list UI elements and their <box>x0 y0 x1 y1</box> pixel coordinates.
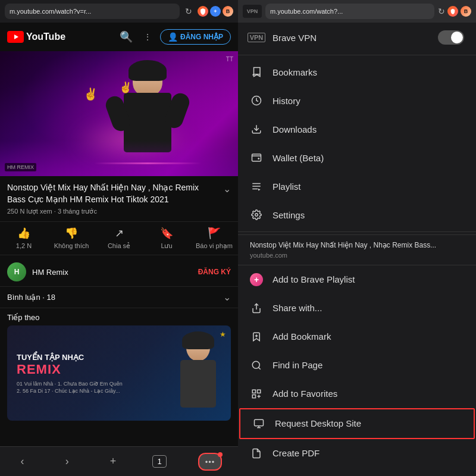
sign-in-label: ĐĂNG NHẬP <box>180 33 223 41</box>
page-info-url: youtube.com <box>250 252 464 259</box>
svg-rect-17 <box>252 394 255 397</box>
sign-in-button[interactable]: 👤 ĐĂNG NHẬP <box>160 29 231 45</box>
extension-icon-right[interactable]: B <box>461 6 471 17</box>
playlist-label: Playlist <box>273 181 464 192</box>
add-to-favorites-label: Add to Favorites <box>273 389 464 399</box>
report-icon: 🚩 <box>208 227 221 240</box>
brave-logo-icon <box>198 6 208 17</box>
menu-item-downloads[interactable]: Downloads <box>238 115 476 143</box>
menu-item-bookmarks[interactable]: Bookmarks <box>238 58 476 86</box>
playlist-star-icon: ★ <box>220 330 226 339</box>
hm-remix-badge: HM REMIX <box>5 163 36 171</box>
menu-item-playlist[interactable]: Playlist <box>238 172 476 201</box>
channel-name[interactable]: HM Remix <box>32 268 192 277</box>
add-bookmark-icon <box>250 330 263 343</box>
subscribe-button[interactable]: ĐĂNG KÝ <box>198 268 231 276</box>
dislike-label: Không thích <box>54 242 89 249</box>
playlist-icon <box>250 180 263 193</box>
dislike-button[interactable]: 👎 Không thích <box>48 227 95 250</box>
extension-icon[interactable]: + <box>210 6 221 17</box>
video-thumbnail: ✌ ✌ HM REMIX TT <box>0 51 238 176</box>
yt-logo-text: YouTube <box>26 32 65 42</box>
share-label: Chia sẻ <box>108 242 130 250</box>
report-button[interactable]: 🚩 Báo vi phạm <box>190 227 238 250</box>
menu-item-add-to-favorites[interactable]: Add to Favorites <box>238 380 476 408</box>
svg-point-4 <box>258 158 259 159</box>
yt-logo-icon <box>7 31 24 43</box>
dislike-icon: 👎 <box>65 227 78 240</box>
svg-line-14 <box>258 367 260 369</box>
menu-item-share-with[interactable]: Share with... <box>238 294 476 322</box>
bottom-nav: ‹ › + 1 ••• <box>0 446 238 476</box>
menu-item-add-brave-playlist[interactable]: + Add to Brave Playlist <box>238 265 476 294</box>
svg-rect-15 <box>252 390 255 393</box>
history-icon <box>250 94 263 107</box>
left-panel: m.youtube.com/watch?v=r... ↻ + B YouTube… <box>0 0 238 476</box>
url-bar-right[interactable]: m.youtube.com/watch?... <box>265 4 434 19</box>
more-options-icon[interactable]: ⋮ <box>141 30 154 44</box>
share-icon: ↗ <box>115 227 124 240</box>
settings-icon <box>250 208 263 221</box>
like-button[interactable]: 👍 1,2 N <box>0 227 48 250</box>
svg-point-9 <box>255 214 258 217</box>
share-with-label: Share with... <box>273 303 464 313</box>
menu-item-settings[interactable]: Settings <box>238 201 476 229</box>
brave-playlist-icon: + <box>250 273 263 286</box>
peace-sign-right: ✌ <box>119 81 132 94</box>
watermark: TT <box>226 56 233 62</box>
add-tab-button[interactable]: + <box>105 450 121 472</box>
vpn-badge: VPN <box>243 5 262 18</box>
url-text-right: m.youtube.com/watch?... <box>270 8 430 15</box>
bookmarks-label: Bookmarks <box>273 67 464 77</box>
wallet-icon <box>250 151 263 164</box>
svg-marker-0 <box>14 35 18 39</box>
next-thumb-person <box>171 331 225 421</box>
menu-button[interactable]: ••• <box>198 453 223 471</box>
divider-1 <box>238 55 476 55</box>
like-count: 1,2 N <box>16 242 32 249</box>
menu-item-wallet[interactable]: Wallet (Beta) <box>238 143 476 172</box>
peace-sign-left: ✌ <box>83 87 98 101</box>
right-panel: VPN m.youtube.com/watch?... ↻ B VPN Brav… <box>238 0 476 476</box>
vpn-toggle[interactable] <box>438 30 464 45</box>
downloads-label: Downloads <box>273 124 464 134</box>
comments-row: Bình luận · 18 ⌄ <box>0 286 238 308</box>
find-in-page-icon <box>250 359 263 372</box>
video-info: Nonstop Việt Mix Hay Nhất Hiện Nay , Nhạ… <box>0 176 238 219</box>
vpn-label: Brave VPN <box>273 33 428 43</box>
reload-icon-right[interactable]: ↻ <box>438 7 445 16</box>
tabs-button[interactable]: 1 <box>152 455 166 468</box>
channel-row: H HM Remix ĐĂNG KÝ <box>0 258 238 286</box>
wallet-label: Wallet (Beta) <box>273 153 464 163</box>
vpn-toggle-knob <box>451 32 463 43</box>
request-desktop-icon <box>252 417 265 430</box>
share-with-icon <box>250 302 263 315</box>
create-pdf-icon <box>250 447 263 460</box>
menu-item-history[interactable]: History <box>238 86 476 115</box>
expand-icon[interactable]: ⌄ <box>223 183 231 195</box>
save-button[interactable]: 🔖 Lưu <box>143 227 190 250</box>
refresh-icon[interactable]: ↻ <box>183 6 194 17</box>
search-icon[interactable]: 🔍 <box>117 28 135 46</box>
svg-point-13 <box>252 361 259 368</box>
menu-item-add-bookmark[interactable]: Add Bookmark <box>238 322 476 351</box>
comments-expand-icon[interactable]: ⌄ <box>223 292 231 303</box>
video-title: Nonstop Việt Mix Hay Nhất Hiện Nay , Nhạ… <box>7 182 218 205</box>
url-bar-left[interactable]: m.youtube.com/watch?v=r... <box>5 4 180 19</box>
next-thumbnail[interactable]: TUYỂN TẬP NHẠC REMIX 01 Vui lâm Nhà · 1.… <box>7 325 231 421</box>
menu-item-request-desktop[interactable]: Request Desktop Site <box>239 408 475 439</box>
back-button[interactable]: ‹ <box>16 450 29 472</box>
share-button[interactable]: ↗ Chia sẻ <box>95 227 143 250</box>
channel-avatar[interactable]: H <box>7 262 26 281</box>
comments-label: Bình luận · 18 <box>7 293 223 302</box>
notification-dot <box>218 452 223 457</box>
page-info-title: Nonstop Việt Mix Hay Nhất Hiện Nay , Nhạ… <box>250 241 464 250</box>
menu-item-vpn[interactable]: VPN Brave VPN <box>238 23 476 52</box>
bookmarks-icon <box>250 65 263 79</box>
menu-item-create-pdf[interactable]: Create PDF <box>238 439 476 468</box>
add-brave-playlist-label: Add to Brave Playlist <box>273 274 464 284</box>
find-in-page-label: Find in Page <box>273 360 464 370</box>
forward-button[interactable]: › <box>61 450 74 472</box>
menu-item-find-in-page[interactable]: Find in Page <box>238 351 476 380</box>
brave-icon-right[interactable]: B <box>223 6 233 17</box>
